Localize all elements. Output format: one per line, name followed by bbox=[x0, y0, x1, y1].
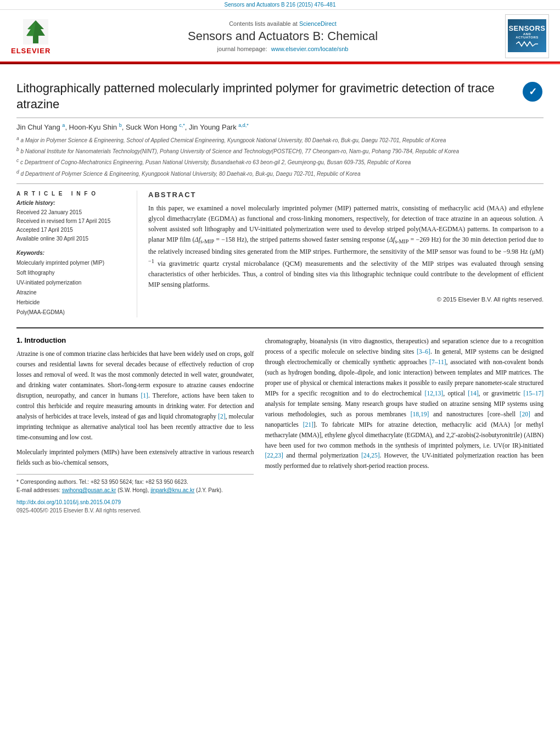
affiliation-d: d d Department of Polymer Science & Engi… bbox=[16, 169, 544, 178]
footnote-corresponding: * Corresponding authors. Tel.: +82 53 95… bbox=[16, 478, 254, 486]
journal-homepage-link[interactable]: www.elsevier.com/locate/snb bbox=[271, 46, 349, 52]
email-hong[interactable]: swihong@pusan.ac.kr bbox=[62, 487, 116, 493]
affiliation-c: c c Department of Cogno-Mechatronics Eng… bbox=[16, 157, 544, 166]
contents-text: Contents lists available at bbox=[229, 20, 298, 27]
article-body: Lithographically patterned molecularly i… bbox=[0, 64, 560, 525]
article-history: Article history: Received 22 January 201… bbox=[16, 200, 128, 243]
article-title: Lithographically patterned molecularly i… bbox=[16, 81, 522, 112]
journal-url: journal homepage: www.elsevier.com/locat… bbox=[71, 46, 494, 52]
email-park[interactable]: jinpark@knu.ac.kr bbox=[150, 487, 194, 493]
elsevier-logo: ELSEVIER bbox=[11, 18, 60, 55]
article-info-label: A R T I C L E I N F O bbox=[16, 191, 128, 197]
affiliation-b: b b National Institute for Nanomaterials… bbox=[16, 146, 544, 155]
affiliation-a: a a Major in Polymer Science & Engineeri… bbox=[16, 135, 544, 144]
sensors-actuators-logo: SENSORS AND ACTUATORS bbox=[505, 14, 549, 58]
elsevier-tree-logo bbox=[11, 18, 60, 46]
footnote-email: E-mail addresses: swihong@pusan.ac.kr (S… bbox=[16, 486, 254, 494]
journal-title: Sensors and Actuators B: Chemical bbox=[71, 29, 494, 43]
journal-header: ELSEVIER Contents lists available at Sci… bbox=[0, 10, 560, 63]
main-right-column: chromatography, bioanalysis (in vitro di… bbox=[265, 336, 544, 514]
sciencedirect-link[interactable]: ScienceDirect bbox=[299, 20, 337, 27]
sensors-logo-inner: SENSORS AND ACTUATORS bbox=[508, 19, 546, 52]
doi-link[interactable]: http://dx.doi.org/10.1016/j.snb.2015.04.… bbox=[16, 499, 121, 505]
intro-section-title: 1. Introduction bbox=[16, 336, 254, 344]
keywords-section: Keywords: Molecularly imprinted polymer … bbox=[16, 250, 128, 317]
right-col-para-1: chromatography, bioanalysis (in vitro di… bbox=[265, 336, 544, 472]
authors-line: Jin Chul Yang a, Hoon-Kyu Shin b, Suck W… bbox=[16, 122, 544, 131]
article-info-abstract: A R T I C L E I N F O Article history: R… bbox=[16, 183, 544, 317]
abstract-text: In this paper, we examined a novel molec… bbox=[148, 203, 544, 291]
footnote-section: * Corresponding authors. Tel.: +82 53 95… bbox=[16, 474, 254, 514]
accepted-date: Accepted 17 April 2015 bbox=[16, 226, 128, 235]
journal-top-info: Sensors and Actuators B 216 (2015) 476–4… bbox=[0, 0, 560, 10]
keyword-atrazine: Atrazine bbox=[16, 288, 128, 298]
sensors-text: SENSORS bbox=[508, 24, 545, 32]
article-title-section: Lithographically patterned molecularly i… bbox=[16, 72, 544, 118]
affiliations: a a Major in Polymer Science & Engineeri… bbox=[16, 135, 544, 178]
keyword-mip: Molecularly imprinted polymer (MIP) bbox=[16, 258, 128, 268]
article-history-label: Article history: bbox=[16, 200, 128, 206]
journal-url-label: journal homepage: bbox=[217, 46, 267, 52]
actuators-text: ACTUATORS bbox=[516, 36, 539, 39]
keyword-uv: UV-initiated polymerization bbox=[16, 278, 128, 288]
main-body: 1. Introduction Atrazine is one of commo… bbox=[16, 327, 544, 514]
contents-line: Contents lists available at ScienceDirec… bbox=[71, 20, 494, 27]
intro-para-1: Atrazine is one of common triazine class… bbox=[16, 349, 254, 443]
keyword-soft-litho: Soft lithography bbox=[16, 268, 128, 278]
page: Sensors and Actuators B 216 (2015) 476–4… bbox=[0, 0, 560, 742]
keyword-herbicide: Herbicide bbox=[16, 298, 128, 308]
header-center: Contents lists available at ScienceDirec… bbox=[60, 20, 505, 52]
available-date: Available online 30 April 2015 bbox=[16, 235, 128, 243]
svg-text:✓: ✓ bbox=[529, 86, 537, 97]
elsevier-wordmark: ELSEVIER bbox=[11, 47, 51, 55]
right-column: ABSTRACT In this paper, we examined a no… bbox=[148, 191, 544, 317]
keyword-poly: Poly(MAA-EGDMA) bbox=[16, 308, 128, 317]
abstract-section: ABSTRACT In this paper, we examined a no… bbox=[148, 191, 544, 303]
keywords-label: Keywords: bbox=[16, 250, 128, 256]
abstract-label: ABSTRACT bbox=[148, 191, 544, 199]
intro-para-2: Molecularly imprinted polymers (MIPs) ha… bbox=[16, 447, 254, 468]
received-revised-date: Received in revised form 17 April 2015 bbox=[16, 217, 128, 226]
main-left-column: 1. Introduction Atrazine is one of commo… bbox=[16, 336, 254, 514]
copyright-line: © 2015 Elsevier B.V. All rights reserved… bbox=[148, 296, 544, 303]
issn-line: 0925-4005/© 2015 Elsevier B.V. All right… bbox=[16, 507, 254, 514]
left-column: A R T I C L E I N F O Article history: R… bbox=[16, 191, 137, 317]
crossmark-icon: ✓ bbox=[523, 82, 542, 102]
received-date: Received 22 January 2015 bbox=[16, 208, 128, 217]
crossmark-box: ✓ bbox=[522, 81, 544, 103]
journal-citation: Sensors and Actuators B 216 (2015) 476–4… bbox=[225, 2, 336, 8]
